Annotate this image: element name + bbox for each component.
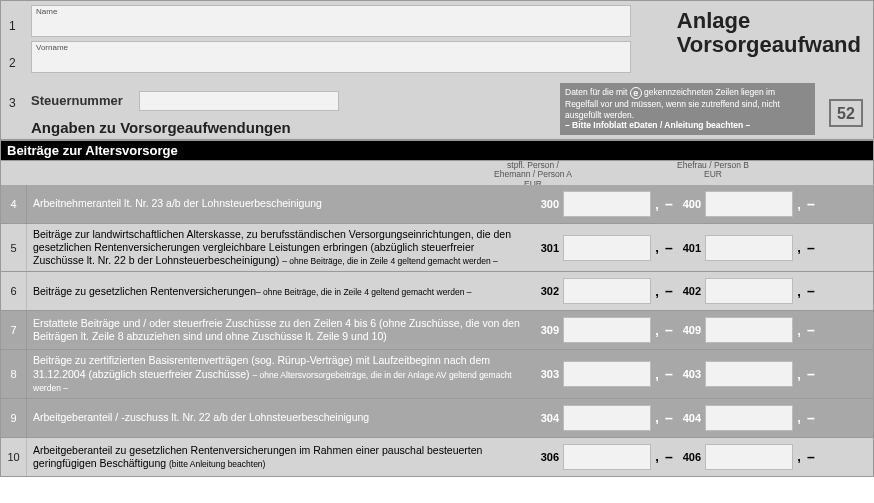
dash-cents: –: [663, 410, 675, 426]
value-cell-b: 409,–: [675, 317, 817, 343]
value-cell-a: 303,–: [533, 361, 675, 387]
form-row: 6Beiträge zu gesetzlichen Rentenversiche…: [0, 272, 874, 311]
row-number: 5: [1, 224, 27, 271]
dash-cents: –: [805, 322, 817, 338]
row-number: 10: [1, 438, 27, 476]
dash-cents: –: [805, 283, 817, 299]
field-code: 409: [675, 324, 705, 336]
value-cell-a: 301,–: [533, 235, 675, 261]
row-description: Beiträge zu gesetzlichen Rentenversicher…: [27, 272, 533, 310]
field-code: 301: [533, 242, 563, 254]
form-row: 9Arbeitgeberanteil / -zuschuss lt. Nr. 2…: [0, 399, 874, 438]
vorname-input-container: Vorname: [31, 41, 631, 73]
field-code: 300: [533, 198, 563, 210]
name-label: Name: [36, 7, 626, 16]
row-number: 6: [1, 272, 27, 310]
column-headers: stpfl. Person / Ehemann / Person A EUR E…: [0, 161, 874, 185]
field-code: 304: [533, 412, 563, 424]
amount-input-b[interactable]: [705, 361, 793, 387]
dash-cents: –: [663, 240, 675, 256]
amount-input-a[interactable]: [563, 278, 651, 304]
form-title-line2: Vorsorgeaufwand: [677, 32, 861, 57]
field-code: 403: [675, 368, 705, 380]
decimal-comma: ,: [651, 284, 663, 299]
decimal-comma: ,: [651, 367, 663, 382]
section-title-text: Beiträge zur Altersvorsorge: [7, 143, 178, 158]
decimal-comma: ,: [793, 284, 805, 299]
form-row: 7Erstattete Beiträge und / oder steuerfr…: [0, 311, 874, 350]
row-value-cells: 300,–400,–e: [533, 185, 873, 223]
row-number: 1: [9, 19, 16, 33]
amount-input-b[interactable]: [705, 235, 793, 261]
amount-input-a[interactable]: [563, 444, 651, 470]
row-number: 7: [1, 311, 27, 349]
row-description: Beiträge zur landwirtschaftlichen Alters…: [27, 224, 533, 271]
amount-input-b[interactable]: [705, 444, 793, 470]
section-title-bar: Beiträge zur Altersvorsorge: [0, 140, 874, 161]
name-input[interactable]: [36, 16, 626, 34]
row-value-cells: 302,–402,–: [533, 272, 873, 310]
form-row: 10Arbeitgeberanteil zu gesetzlichen Rent…: [0, 438, 874, 477]
name-field-group: Name: [31, 5, 631, 37]
form-title-line1: Anlage: [677, 8, 750, 33]
amount-input-a[interactable]: [563, 191, 651, 217]
value-cell-b: 406,–: [675, 444, 817, 470]
row-value-cells: 301,–401,–: [533, 224, 873, 271]
col-header-b: Ehefrau / Person B EUR: [653, 161, 773, 180]
row-number: 2: [9, 56, 16, 70]
field-code: 302: [533, 285, 563, 297]
dash-cents: –: [663, 196, 675, 212]
value-cell-b: 402,–: [675, 278, 817, 304]
field-code: 306: [533, 451, 563, 463]
row-value-cells: 306,–406,–: [533, 438, 873, 476]
amount-input-a[interactable]: [563, 405, 651, 431]
decimal-comma: ,: [651, 410, 663, 425]
value-cell-b: 404,–: [675, 405, 817, 431]
decimal-comma: ,: [793, 240, 805, 255]
row-description: Arbeitnehmeranteil lt. Nr. 23 a/b der Lo…: [27, 185, 533, 223]
dash-cents: –: [663, 366, 675, 382]
value-cell-a: 304,–: [533, 405, 675, 431]
amount-input-b[interactable]: [705, 405, 793, 431]
vorname-input[interactable]: [36, 52, 626, 70]
dash-cents: –: [805, 366, 817, 382]
field-code: 404: [675, 412, 705, 424]
edaten-note: Daten für die mit e gekennzeichneten Zei…: [560, 83, 815, 135]
amount-input-a[interactable]: [563, 235, 651, 261]
amount-input-a[interactable]: [563, 317, 651, 343]
dash-cents: –: [663, 283, 675, 299]
page-number-box: 52: [829, 99, 863, 127]
row-description: Arbeitgeberanteil / -zuschuss lt. Nr. 22…: [27, 399, 533, 437]
vorname-field-group: Vorname: [31, 41, 631, 73]
steuernummer-label: Steuernummer: [31, 93, 123, 108]
row-number: 4: [1, 185, 27, 223]
decimal-comma: ,: [651, 449, 663, 464]
amount-input-b[interactable]: [705, 191, 793, 217]
vorname-label: Vorname: [36, 43, 626, 52]
decimal-comma: ,: [793, 367, 805, 382]
row-number: 3: [9, 96, 16, 110]
field-code: 402: [675, 285, 705, 297]
dash-cents: –: [663, 449, 675, 465]
amount-input-b[interactable]: [705, 317, 793, 343]
header-block: 1 2 3 Name Vorname Anlage Vorsorgeaufwan…: [0, 0, 874, 140]
dash-cents: –: [663, 322, 675, 338]
field-code: 406: [675, 451, 705, 463]
amount-input-a[interactable]: [563, 361, 651, 387]
row-description: Erstattete Beiträge und / oder steuerfre…: [27, 311, 533, 349]
field-code: 400: [675, 198, 705, 210]
decimal-comma: ,: [651, 197, 663, 212]
decimal-comma: ,: [793, 323, 805, 338]
steuernummer-input[interactable]: [139, 91, 339, 111]
field-code: 303: [533, 368, 563, 380]
decimal-comma: ,: [793, 197, 805, 212]
e-badge-icon: e: [630, 87, 642, 99]
section-heading: Angaben zu Vorsorgeaufwendungen: [31, 119, 291, 136]
row-value-cells: 304,–404,–e: [533, 399, 873, 437]
form-row: 8Beiträge zu zertifizierten Basisrentenv…: [0, 350, 874, 398]
value-cell-a: 302,–: [533, 278, 675, 304]
amount-input-b[interactable]: [705, 278, 793, 304]
rows-container: 4Arbeitnehmeranteil lt. Nr. 23 a/b der L…: [0, 185, 874, 477]
value-cell-a: 309,–: [533, 317, 675, 343]
name-input-container: Name: [31, 5, 631, 37]
